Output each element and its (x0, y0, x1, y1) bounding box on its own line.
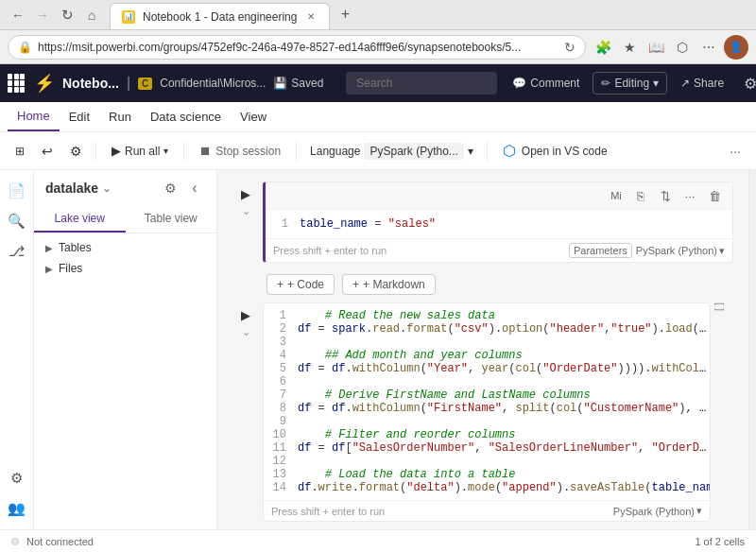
sidebar-icon-people[interactable]: 👥 (4, 495, 30, 522)
code-line-1: 1 table_name = "sales" (266, 217, 732, 231)
back-button[interactable]: ← (8, 5, 28, 26)
saved-label: Saved (291, 77, 323, 90)
tree-item-tables[interactable]: ▶ Tables (34, 237, 216, 258)
toolbar-separator-4 (487, 142, 488, 161)
add-markdown-label: + Markdown (363, 278, 425, 291)
address-bar-row: 🔒 https://msit.powerbi.com/groups/4752ef… (0, 30, 756, 64)
chevron-down-icon: ▾ (653, 77, 659, 90)
share-button[interactable]: ↗ Share (673, 73, 731, 94)
cell-2-gutter: ▶ ⌄ (232, 302, 259, 522)
tab-table-view[interactable]: Table view (126, 206, 217, 233)
stop-session-button[interactable]: ⏹ Stop session (190, 140, 290, 162)
toolbar-more-button[interactable]: ··· (722, 140, 748, 163)
menu-item-run[interactable]: Run (99, 102, 141, 131)
cell-2-wrapper: ▶ ⌄ 1 # Read the new sales data 2 df = s (232, 302, 733, 522)
comment-label: Comment (530, 77, 579, 90)
cell-2-lang[interactable]: PySpark (Python) ▾ (613, 505, 702, 517)
home-button[interactable]: ⌂ (81, 5, 102, 26)
sidebar-icon-git[interactable]: ⎇ (4, 238, 30, 265)
app-logo-icon: ⚡ (34, 73, 55, 94)
menu-item-edit[interactable]: Edit (60, 102, 99, 131)
comment-button[interactable]: 💬 Comment (505, 73, 587, 94)
app-container: ⚡ Notebo... | C Confidential\Micros... 💾… (0, 64, 756, 552)
search-input[interactable] (346, 72, 497, 95)
extensions-button[interactable]: 🧩 (592, 36, 614, 59)
more-tools-button[interactable]: ··· (697, 36, 720, 59)
tab-close-icon[interactable]: ✕ (304, 10, 318, 24)
stop-icon: ⏹ (199, 144, 212, 158)
tab-lake-view[interactable]: Lake view (34, 206, 126, 233)
cell-2-run-btn[interactable]: ▶ (241, 308, 250, 322)
address-bar[interactable]: 🔒 https://msit.powerbi.com/groups/4752ef… (8, 35, 586, 60)
new-tab-button[interactable]: + (334, 3, 356, 26)
scrollbar[interactable] (748, 170, 756, 529)
stop-session-label: Stop session (215, 145, 281, 158)
editing-button[interactable]: ✏ Editing ▾ (593, 72, 667, 95)
panel-collapse-button[interactable]: ‹ (184, 178, 205, 198)
cell-2-output-indicator: [ ] (714, 302, 733, 522)
panel-title: datalake (45, 181, 98, 196)
vs-code-icon: ⬡ (503, 142, 516, 160)
refresh-button[interactable]: ↻ (57, 5, 77, 26)
browser-tab[interactable]: 📊 Notebook 1 - Data engineering ✕ (110, 3, 330, 29)
cell-1-run-btn[interactable]: ▶ (241, 187, 250, 201)
comment-icon: 💬 (512, 77, 526, 90)
menu-item-data-science[interactable]: Data science (141, 102, 231, 131)
settings-toolbar-button[interactable]: ⚙ (62, 140, 90, 163)
toolbar-separator-3 (296, 142, 297, 161)
waffle-menu[interactable] (8, 74, 25, 93)
parameters-badge: Parameters (569, 243, 632, 258)
undo-button[interactable]: ↩ (34, 140, 60, 163)
tree-expand-icon: ▶ (45, 243, 53, 253)
screenshot-button[interactable]: ⬡ (671, 36, 694, 59)
search-container (346, 72, 497, 95)
panel-tree: ▶ Tables ▶ Files (34, 233, 216, 529)
tree-item-files[interactable]: ▶ Files (34, 258, 216, 279)
browser-tab-bar: ← → ↻ ⌂ 📊 Notebook 1 - Data engineering … (0, 0, 756, 30)
forward-button[interactable]: → (32, 5, 53, 26)
menu-item-view[interactable]: View (231, 102, 276, 131)
cell-1-expand-icon[interactable]: ⌄ (242, 205, 250, 217)
refresh-address-icon[interactable]: ↻ (564, 40, 576, 55)
code-line-c2-1: 1 # Read the new sales data (264, 309, 710, 322)
cell-1-lang[interactable]: PySpark (Python) ▾ (636, 245, 725, 257)
language-selector[interactable]: Language PySpark (Pytho... ▾ (302, 139, 481, 164)
connection-label: Not connected (26, 536, 94, 547)
panel-settings-button[interactable]: ⚙ (160, 178, 180, 198)
add-code-button[interactable]: + + Code (266, 274, 335, 295)
cell-copy-icon[interactable]: ⎘ (630, 185, 651, 206)
panel-chevron-icon[interactable]: ⌄ (102, 181, 112, 195)
cell-move-icon[interactable]: ⇅ (655, 185, 676, 206)
app-name: Notebo... (62, 76, 119, 91)
user-avatar[interactable]: 👤 (724, 35, 748, 60)
code-line-c2-3: 3 (264, 336, 710, 349)
cell-mi-icon[interactable]: Mi (606, 185, 627, 206)
run-icon: ▶ (112, 144, 121, 158)
vs-code-label: Open in VS code (522, 145, 608, 158)
menu-item-home[interactable]: Home (8, 102, 60, 131)
cell-type-button[interactable]: ⊞ (8, 141, 32, 162)
sidebar-icon-settings[interactable]: ⚙ (4, 465, 30, 492)
share-label: Share (694, 77, 724, 90)
reader-button[interactable]: 📖 (644, 36, 667, 59)
cell-type-icon: ⊞ (15, 145, 25, 158)
run-all-button[interactable]: ▶ Run all ▾ (102, 140, 178, 162)
code-line-c2-2: 2 df = spark.read.format("csv").option("… (264, 322, 710, 336)
app-topnav: ⚡ Notebo... | C Confidential\Micros... 💾… (0, 64, 756, 102)
cell-1-content: 1 table_name = "sales" (266, 210, 732, 238)
cell-2-expand-icon[interactable]: ⌄ (242, 326, 250, 338)
cell-delete-icon[interactable]: 🗑 (704, 185, 725, 206)
sidebar-icon-explorer[interactable]: 📄 (4, 178, 30, 204)
favorites-button[interactable]: ★ (618, 36, 641, 59)
add-markdown-button[interactable]: + + Markdown (342, 274, 436, 295)
cell-1-hint: Press shift + enter to run (273, 245, 387, 256)
saved-indicator[interactable]: 💾 Saved (273, 77, 323, 90)
tab-title: Notebook 1 - Data engineering (143, 10, 297, 24)
settings-button[interactable]: ⚙ (737, 70, 756, 96)
open-vs-code-button[interactable]: ⬡ Open in VS code (493, 138, 617, 164)
sidebar-icon-search[interactable]: 🔍 (4, 208, 30, 234)
cell-2: 1 # Read the new sales data 2 df = spark… (263, 302, 711, 522)
confidential-icon: C (138, 78, 152, 90)
tree-tables-label: Tables (59, 241, 92, 254)
cell-more-icon[interactable]: ··· (679, 185, 700, 206)
